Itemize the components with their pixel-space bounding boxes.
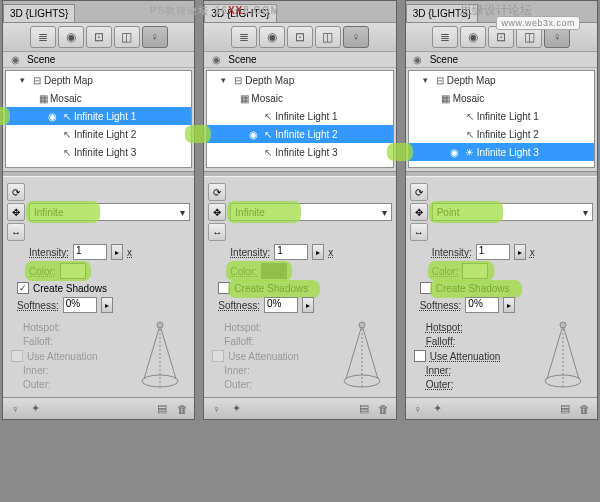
light-guides-icon[interactable]: ✦ [430,401,446,417]
layers-icon[interactable]: ≣ [30,26,56,48]
layers-icon[interactable]: ≣ [231,26,257,48]
softness-row: Softness:0%▸ [208,297,391,313]
use-attenuation-label: Use Attenuation [27,351,98,362]
use-attenuation-label: Use Attenuation [228,351,299,362]
watermark-top: PS教程论坛 16XX8.COM [150,0,280,18]
create-shadows-label: Create Shadows [436,283,510,294]
inner-label: Inner: [426,365,452,376]
scene-node-light[interactable]: ↖Infinite Light 3 [207,143,392,161]
sphere-icon[interactable]: ◉ [460,26,486,48]
light-type-dropdown[interactable]: Point [432,203,593,221]
softness-input[interactable]: 0% [63,297,97,313]
filter-icon-row: ≣◉⊡◫♀ [3,23,194,52]
softness-label: Softness: [17,300,59,311]
material-icon[interactable]: ◫ [114,26,140,48]
scene-node-light[interactable]: ↖Infinite Light 2 [409,125,594,143]
toggle-light-icon[interactable]: ♀ [208,401,224,417]
color-label: Color: [432,266,459,277]
sphere-icon[interactable]: ◉ [259,26,285,48]
scene-node-light[interactable]: ◉☀Infinite Light 3 [409,143,594,161]
scene-header: ◉Scene [204,52,395,68]
color-label: Color: [230,266,257,277]
scene-node-light[interactable]: ↖Infinite Light 1 [207,107,392,125]
transform-tools: ⟳✥↔ [208,183,226,241]
rotate-icon[interactable]: ⟳ [7,183,25,201]
scene-node-depth-map[interactable]: ▾⊟Depth Map [409,71,594,89]
rotate-icon[interactable]: ⟳ [410,183,428,201]
intensity-row: Intensity:1▸x [7,244,190,260]
falloff-label: Falloff: [426,336,456,347]
intensity-input[interactable]: 1 [274,244,308,260]
scene-node-mosaic[interactable]: ▦Mosaic [207,89,392,107]
create-shadows-checkbox[interactable] [420,282,432,294]
scene-node-light[interactable]: ↖Infinite Light 1 [409,107,594,125]
new-light-icon[interactable]: ▤ [356,401,372,417]
light-guides-icon[interactable]: ✦ [27,401,43,417]
scale-icon[interactable]: ↔ [410,223,428,241]
scene-node-depth-map[interactable]: ▾⊟Depth Map [207,71,392,89]
use-attenuation-checkbox [11,350,23,362]
panel-footer: ♀✦▤🗑 [204,397,395,419]
intensity-slider-icon[interactable]: ▸ [514,244,526,260]
new-light-icon[interactable]: ▤ [154,401,170,417]
attenuation-block: Hotspot:Falloff:Use AttenuationInner:Out… [7,317,190,395]
toggle-light-icon[interactable]: ♀ [7,401,23,417]
softness-input[interactable]: 0% [264,297,298,313]
light-properties: ⟳✥↔InfiniteIntensity:1▸xColor:✓Create Sh… [3,178,194,397]
new-light-icon[interactable]: ▤ [557,401,573,417]
scale-icon[interactable]: ↔ [208,223,226,241]
scene-node-depth-map[interactable]: ▾⊟Depth Map [6,71,191,89]
softness-slider-icon[interactable]: ▸ [302,297,314,313]
intensity-slider-icon[interactable]: ▸ [111,244,123,260]
tab-3d-lights[interactable]: 3D {LIGHTS} [3,4,75,22]
move-icon[interactable]: ✥ [208,203,226,221]
scene-node-light[interactable]: ◉↖Infinite Light 1 [6,107,191,125]
use-attenuation-checkbox[interactable] [414,350,426,362]
create-shadows-checkbox[interactable] [218,282,230,294]
mesh-icon[interactable]: ⊡ [86,26,112,48]
move-icon[interactable]: ✥ [7,203,25,221]
sphere-icon[interactable]: ◉ [58,26,84,48]
light-type-row: ⟳✥↔Infinite [7,183,190,241]
material-icon[interactable]: ◫ [315,26,341,48]
light-type-dropdown[interactable]: Infinite [230,203,391,221]
scene-node-light[interactable]: ◉↖Infinite Light 2 [207,125,392,143]
scene-node-light[interactable]: ↖Infinite Light 3 [6,143,191,161]
color-swatch[interactable] [60,263,86,279]
outer-label: Outer: [426,379,454,390]
transform-tools: ⟳✥↔ [7,183,25,241]
color-label: Color: [29,266,56,277]
softness-label: Softness: [420,300,462,311]
color-row: Color: [7,263,190,279]
softness-slider-icon[interactable]: ▸ [101,297,113,313]
toggle-light-icon[interactable]: ♀ [410,401,426,417]
intensity-input[interactable]: 1 [73,244,107,260]
color-swatch[interactable] [261,263,287,279]
softness-input[interactable]: 0% [465,297,499,313]
scene-node-mosaic[interactable]: ▦Mosaic [6,89,191,107]
rotate-icon[interactable]: ⟳ [208,183,226,201]
delete-light-icon[interactable]: 🗑 [174,401,190,417]
shadows-row: Create Shadows [208,282,391,294]
layers-icon[interactable]: ≣ [432,26,458,48]
inner-label: Inner: [224,365,250,376]
hotspot-label: Hotspot: [426,322,463,333]
light-icon[interactable]: ♀ [343,26,369,48]
delete-light-icon[interactable]: 🗑 [577,401,593,417]
light-guides-icon[interactable]: ✦ [228,401,244,417]
intensity-input[interactable]: 1 [476,244,510,260]
scale-icon[interactable]: ↔ [7,223,25,241]
light-icon[interactable]: ♀ [142,26,168,48]
light-type-dropdown[interactable]: Infinite [29,203,190,221]
intensity-slider-icon[interactable]: ▸ [312,244,324,260]
delete-light-icon[interactable]: 🗑 [376,401,392,417]
scene-node-light[interactable]: ↖Infinite Light 2 [6,125,191,143]
scene-list: ▾⊟Depth Map▦Mosaic◉↖Infinite Light 1↖Inf… [5,70,192,168]
move-icon[interactable]: ✥ [410,203,428,221]
create-shadows-checkbox[interactable]: ✓ [17,282,29,294]
mesh-icon[interactable]: ⊡ [287,26,313,48]
intensity-label: Intensity: [230,247,270,258]
softness-slider-icon[interactable]: ▸ [503,297,515,313]
color-swatch[interactable] [462,263,488,279]
scene-node-mosaic[interactable]: ▦Mosaic [409,89,594,107]
